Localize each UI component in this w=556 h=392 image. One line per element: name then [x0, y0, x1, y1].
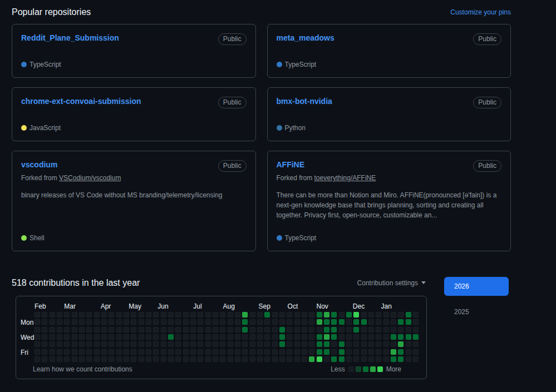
- contribution-cell[interactable]: [161, 312, 166, 317]
- contribution-cell[interactable]: [287, 341, 292, 347]
- contribution-cell[interactable]: [94, 349, 100, 355]
- contribution-cell[interactable]: [346, 349, 352, 355]
- contribution-cell[interactable]: [383, 319, 389, 325]
- contribution-cell[interactable]: [205, 319, 211, 325]
- contribution-cell[interactable]: [391, 349, 396, 355]
- contribution-cell[interactable]: [213, 341, 218, 347]
- contribution-cell[interactable]: [391, 312, 396, 317]
- contribution-cell[interactable]: [331, 319, 337, 325]
- contribution-cell[interactable]: [198, 334, 203, 340]
- contribution-cell[interactable]: [161, 341, 166, 347]
- contribution-cell[interactable]: [79, 341, 85, 347]
- contribution-cell[interactable]: [35, 327, 40, 333]
- contribution-cell[interactable]: [302, 327, 307, 333]
- contribution-cell[interactable]: [42, 319, 47, 325]
- contribution-cell[interactable]: [361, 341, 367, 347]
- contribution-cell[interactable]: [139, 334, 144, 340]
- contribution-cell[interactable]: [146, 349, 151, 355]
- contribution-cell[interactable]: [86, 327, 92, 333]
- contribution-cell[interactable]: [257, 319, 263, 325]
- contribution-cell[interactable]: [86, 334, 92, 340]
- contribution-cell[interactable]: [72, 319, 77, 325]
- contribution-cell[interactable]: [398, 356, 404, 362]
- contribution-cell[interactable]: [294, 319, 300, 325]
- contribution-cell[interactable]: [64, 334, 70, 340]
- contribution-cell[interactable]: [116, 334, 122, 340]
- contribution-cell[interactable]: [331, 327, 337, 333]
- contribution-cell[interactable]: [183, 327, 189, 333]
- contribution-cell[interactable]: [250, 312, 255, 317]
- contribution-cell[interactable]: [317, 334, 322, 340]
- contribution-cell[interactable]: [353, 356, 359, 362]
- contribution-cell[interactable]: [294, 349, 300, 355]
- contribution-cell[interactable]: [190, 319, 196, 325]
- contribution-cell[interactable]: [72, 327, 77, 333]
- contribution-cell[interactable]: [109, 312, 114, 317]
- contribution-cell[interactable]: [398, 341, 404, 347]
- contribution-cell[interactable]: [257, 312, 263, 317]
- contribution-cell[interactable]: [146, 356, 151, 362]
- contribution-cell[interactable]: [183, 334, 189, 340]
- contribution-cell[interactable]: [139, 312, 144, 317]
- contribution-cell[interactable]: [235, 349, 240, 355]
- contribution-cell[interactable]: [175, 341, 181, 347]
- contribution-cell[interactable]: [131, 312, 136, 317]
- contribution-cell[interactable]: [376, 327, 381, 333]
- contribution-cell[interactable]: [353, 319, 359, 325]
- contribution-cell[interactable]: [175, 356, 181, 362]
- contribution-cell[interactable]: [161, 356, 166, 362]
- contribution-cell[interactable]: [116, 341, 122, 347]
- contribution-cell[interactable]: [35, 349, 40, 355]
- customize-pins-link[interactable]: Customize your pins: [450, 8, 511, 16]
- contribution-cell[interactable]: [94, 327, 100, 333]
- contribution-cell[interactable]: [101, 319, 107, 325]
- contribution-cell[interactable]: [368, 312, 374, 317]
- contribution-cell[interactable]: [50, 349, 55, 355]
- contribution-cell[interactable]: [383, 356, 389, 362]
- contribution-cell[interactable]: [86, 356, 92, 362]
- contribution-cell[interactable]: [101, 312, 107, 317]
- contribution-cell[interactable]: [250, 356, 255, 362]
- contribution-cell[interactable]: [228, 327, 233, 333]
- contribution-cell[interactable]: [213, 319, 218, 325]
- contribution-cell[interactable]: [413, 319, 419, 325]
- contribution-cell[interactable]: [368, 327, 374, 333]
- contribution-cell[interactable]: [57, 334, 62, 340]
- contribution-cell[interactable]: [131, 319, 136, 325]
- contribution-cell[interactable]: [331, 356, 337, 362]
- contribution-cell[interactable]: [50, 356, 55, 362]
- contribution-cell[interactable]: [161, 349, 166, 355]
- contribution-cell[interactable]: [235, 334, 240, 340]
- contribution-cell[interactable]: [168, 334, 174, 340]
- contribution-cell[interactable]: [153, 349, 159, 355]
- contribution-cell[interactable]: [339, 312, 345, 317]
- contribution-cell[interactable]: [287, 356, 292, 362]
- contribution-cell[interactable]: [183, 356, 189, 362]
- contribution-cell[interactable]: [175, 334, 181, 340]
- contribution-cell[interactable]: [368, 356, 374, 362]
- contribution-cell[interactable]: [72, 356, 77, 362]
- contribution-cell[interactable]: [190, 334, 196, 340]
- contribution-cell[interactable]: [205, 356, 211, 362]
- contribution-cell[interactable]: [205, 327, 211, 333]
- contribution-cell[interactable]: [153, 319, 159, 325]
- contribution-cell[interactable]: [220, 312, 225, 317]
- contribution-cell[interactable]: [228, 319, 233, 325]
- contribution-cell[interactable]: [279, 319, 285, 325]
- contribution-cell[interactable]: [272, 349, 278, 355]
- contribution-cell[interactable]: [168, 349, 174, 355]
- contribution-cell[interactable]: [131, 334, 136, 340]
- contribution-cell[interactable]: [376, 349, 381, 355]
- contribution-cell[interactable]: [317, 319, 322, 325]
- contribution-cell[interactable]: [383, 334, 389, 340]
- contribution-cell[interactable]: [153, 341, 159, 347]
- contribution-cell[interactable]: [353, 327, 359, 333]
- contribution-cell[interactable]: [235, 312, 240, 317]
- contribution-cell[interactable]: [109, 334, 114, 340]
- contribution-cell[interactable]: [42, 334, 47, 340]
- contribution-cell[interactable]: [79, 319, 85, 325]
- contribution-cell[interactable]: [250, 349, 255, 355]
- contribution-cell[interactable]: [250, 341, 255, 347]
- contribution-cell[interactable]: [302, 341, 307, 347]
- repo-name-link[interactable]: bmx-bot-nvidia: [277, 97, 332, 106]
